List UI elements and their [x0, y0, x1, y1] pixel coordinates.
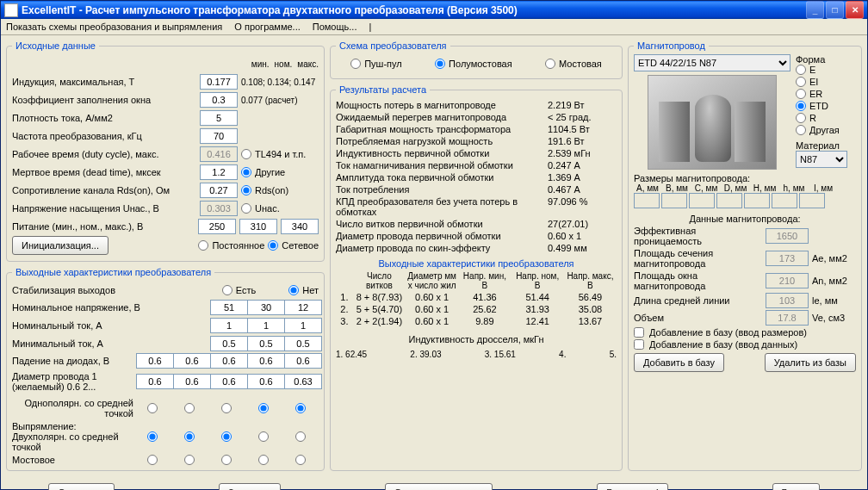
duty-input	[200, 146, 238, 162]
load-button[interactable]: Загрузить	[219, 483, 281, 490]
imin-1[interactable]	[210, 336, 248, 351]
vnom-1[interactable]	[210, 300, 248, 315]
unas-radio[interactable]: Uнас.	[241, 203, 319, 214]
tl494-radio[interactable]: TL494 и т.п.	[241, 149, 319, 159]
app-icon	[4, 3, 18, 17]
halfbridge-radio[interactable]: Полумостовая	[435, 59, 512, 69]
inom-2[interactable]	[247, 318, 285, 333]
results-group: Результаты расчета Мощность потерь в маг…	[330, 84, 623, 471]
minimize-button[interactable]: _	[806, 1, 824, 19]
titlebar: ExcellentIT - Расчет импульсного трансфо…	[1, 1, 867, 19]
menu-about[interactable]: О программе...	[234, 22, 300, 32]
save-txt-button[interactable]: Сохранить как текст	[385, 483, 493, 490]
bridge-radio[interactable]: Мостовая	[545, 59, 602, 69]
inom-3[interactable]	[284, 318, 322, 333]
core-group: Магнитопровод ETD 44/22/15 N87 Форма E E…	[628, 40, 862, 471]
imin-3[interactable]	[284, 336, 322, 351]
unas-input	[200, 201, 238, 216]
induction-label: Индукция, максимальная, Т	[12, 77, 196, 87]
menu-schemes[interactable]: Показать схемы преобразования и выпрямле…	[6, 22, 222, 32]
freq-input[interactable]	[200, 128, 238, 144]
density-input[interactable]	[200, 110, 238, 126]
rdson-radio[interactable]: Rds(on)	[241, 185, 319, 195]
core-image	[648, 75, 777, 170]
inom-1[interactable]	[210, 318, 248, 333]
other-radio[interactable]: Другие	[241, 167, 319, 177]
save-button[interactable]: Сохранить	[48, 483, 115, 490]
scheme-group: Схема преобразователя Пуш-пул Полумостов…	[330, 40, 623, 79]
supply-min[interactable]	[198, 219, 236, 234]
rds-input[interactable]	[200, 183, 238, 198]
init-button[interactable]: Инициализация...	[12, 236, 108, 255]
vnom-3[interactable]	[284, 300, 322, 315]
close-button[interactable]: ✕	[846, 1, 864, 19]
induction-input[interactable]	[200, 74, 238, 90]
exit-button[interactable]: Выход	[772, 483, 820, 490]
core-select[interactable]: ETD 44/22/15 N87	[634, 54, 790, 71]
dead-input[interactable]	[200, 164, 238, 180]
fill-input[interactable]	[200, 92, 238, 108]
stab-no-radio[interactable]: Нет	[288, 285, 319, 295]
input-data-group: Исходные данные мин.ном.макс. Индукция, …	[6, 40, 325, 262]
menubar: Показать схемы преобразования и выпрямле…	[1, 19, 867, 35]
output-char-group: Выходные характеристики преобразователя …	[6, 267, 325, 471]
window-title: ExcellentIT - Расчет импульсного трансфо…	[22, 4, 804, 16]
add-data-check[interactable]: Добавление в базу (ввод данных)	[634, 339, 856, 350]
pushpull-radio[interactable]: Пуш-пул	[350, 59, 402, 69]
stab-yes-radio[interactable]: Есть	[222, 285, 256, 295]
del-from-db-button[interactable]: Удалить из базы	[765, 353, 856, 372]
const-radio[interactable]: Постоянное	[198, 240, 264, 251]
add-to-db-button[interactable]: Добавить в базу	[634, 353, 724, 372]
supply-nom[interactable]	[239, 219, 277, 234]
add-sizes-check[interactable]: Добавление в базу (ввод размеров)	[634, 327, 856, 338]
maximize-button[interactable]: □	[826, 1, 844, 19]
vnom-2[interactable]	[247, 300, 285, 315]
supply-max[interactable]	[281, 219, 319, 234]
menu-help[interactable]: Помощь...	[313, 22, 357, 32]
material-select[interactable]: N87	[796, 151, 847, 168]
mains-radio[interactable]: Сетевое	[268, 240, 319, 251]
calc-button[interactable]: Рассчитать!	[597, 483, 667, 490]
imin-2[interactable]	[247, 336, 285, 351]
